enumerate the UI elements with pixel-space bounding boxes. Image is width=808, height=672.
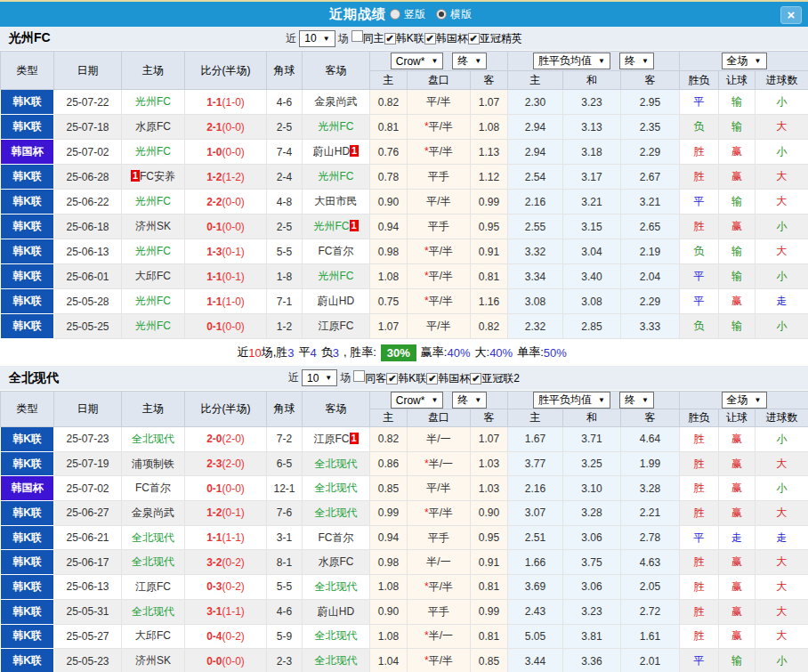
result-handicap: 赢	[719, 501, 755, 526]
avg-lose-odds: 2.29	[621, 140, 680, 165]
home-odds: 1.08	[370, 264, 408, 289]
handicap-line: *平/半	[408, 649, 471, 672]
home-team: 全北现代	[122, 525, 185, 550]
filter-checkbox[interactable]	[351, 30, 363, 42]
avg-lose-odds: 4.64	[621, 427, 680, 452]
match-type: 韩K联	[1, 599, 54, 624]
filter-checkbox[interactable]: ✔	[468, 33, 480, 45]
handicap-line: 平/半	[408, 90, 471, 115]
match-score: 0-1(0-0)	[185, 215, 267, 239]
filter-checkbox[interactable]: ✔	[386, 373, 398, 385]
match-score: 0-1(0-0)	[185, 314, 267, 339]
handicap-line: *平/半	[408, 140, 471, 165]
away-team: FC首尔	[303, 525, 370, 550]
filter-checkbox[interactable]: ✔	[424, 33, 436, 45]
home-odds: 0.81	[370, 115, 408, 140]
vertical-layout-radio[interactable]	[390, 9, 400, 20]
filter-checkbox[interactable]: ✔	[426, 373, 438, 385]
match-score: 0-4(0-2)	[185, 624, 267, 649]
result-goals: 大	[755, 575, 808, 600]
home-odds: 0.98	[370, 550, 408, 575]
result-handicap: 走	[719, 525, 755, 550]
final-odds-select-2[interactable]: 终▼	[619, 53, 654, 69]
matches-table-1: 类型 日期 主场 比分(半场) 角球 客场 Crow*▼ 终▼ 胜平负均值▼ 终…	[0, 51, 808, 339]
avg-win-odds: 2.54	[508, 165, 563, 190]
avg-odds-select[interactable]: 胜平负均值▼	[533, 53, 610, 69]
result-wdl: 负	[680, 239, 719, 264]
match-type: 韩K联	[1, 165, 54, 190]
handicap-line: *半/一	[408, 451, 471, 476]
corners: 4-8	[267, 190, 303, 215]
result-wdl: 平	[680, 90, 719, 115]
away-team: 全北现代	[303, 501, 370, 526]
avg-draw-odds: 3.81	[563, 624, 621, 649]
away-odds: 0.90	[471, 501, 508, 526]
avg-draw-odds: 3.28	[563, 501, 621, 526]
col-odds-home: 主	[370, 71, 408, 90]
match-score: 1-0(0-0)	[185, 140, 267, 165]
col-odds-away: 客	[471, 409, 508, 427]
filter-checkbox-label: 亚冠精英	[480, 32, 522, 45]
col-handicap: 盘口	[408, 409, 471, 427]
recent-count-select[interactable]: 10▼	[299, 30, 335, 47]
result-wdl: 胜	[680, 575, 719, 600]
col-date: 日期	[54, 392, 122, 427]
avg-lose-odds: 3.21	[621, 190, 680, 215]
avg-win-odds: 2.30	[508, 90, 563, 115]
bookmaker-select[interactable]: Crow*▼	[391, 53, 444, 69]
bookmaker-select[interactable]: Crow*▼	[391, 392, 444, 409]
corners: 2-4	[267, 165, 303, 190]
team-name: 全北现代	[9, 370, 59, 386]
final-odds-select[interactable]: 终▼	[452, 392, 487, 409]
result-handicap: 输	[719, 649, 755, 672]
away-team: 全北现代	[303, 575, 370, 600]
result-wdl: 胜	[680, 550, 719, 575]
avg-lose-odds: 2.01	[621, 649, 680, 672]
corners: 5-9	[267, 624, 303, 649]
away-team: 光州FC1	[303, 215, 370, 239]
avg-draw-odds: 3.06	[563, 525, 621, 550]
recent-count-select[interactable]: 10▼	[302, 369, 337, 386]
corners: 7-2	[267, 427, 303, 452]
col-type: 类型	[1, 52, 54, 90]
col-result-goals: 进球数	[755, 71, 808, 90]
handicap-line: 半/一	[408, 427, 471, 452]
col-home: 主场	[122, 52, 185, 90]
result-goals: 小	[755, 649, 808, 672]
match-row: 韩国杯 25-07-02 光州FC 1-0(0-0) 7-4 蔚山HD1 0.7…	[1, 140, 808, 165]
home-odds: 1.08	[370, 624, 408, 649]
avg-win-odds: 1.67	[508, 427, 563, 452]
fulltime-select[interactable]: 全场▼	[722, 53, 767, 69]
avg-lose-odds: 2.65	[621, 215, 680, 239]
away-team: 全北现代	[303, 451, 370, 476]
result-wdl: 平	[680, 264, 719, 289]
result-goals: 小	[755, 476, 808, 501]
result-goals: 大	[755, 239, 808, 264]
match-date: 25-06-28	[54, 165, 122, 190]
filter-checkbox[interactable]: ✔	[470, 373, 481, 385]
result-handicap: 赢	[719, 140, 755, 165]
filter-checkbox-label: 同主	[363, 32, 384, 45]
close-icon[interactable]: ×	[780, 6, 802, 24]
final-odds-select[interactable]: 终▼	[452, 53, 487, 69]
filter-checkbox[interactable]: ✔	[384, 33, 396, 45]
away-team: 蔚山HD	[303, 599, 370, 624]
away-team: 光州FC	[303, 165, 370, 190]
home-odds: 1.08	[370, 575, 408, 600]
avg-win-odds: 3.44	[508, 649, 563, 672]
home-odds: 0.78	[370, 165, 408, 190]
col-corner: 角球	[267, 52, 303, 90]
filter-checkbox-label: 韩K联	[398, 372, 426, 385]
home-odds: 0.99	[370, 501, 408, 526]
col-home: 主场	[122, 392, 185, 427]
filter-checkbox[interactable]	[353, 370, 365, 382]
final-odds-select-2[interactable]: 终▼	[619, 392, 654, 409]
avg-lose-odds: 2.35	[621, 115, 680, 140]
avg-lose-odds: 4.63	[621, 550, 680, 575]
avg-odds-select[interactable]: 胜平负均值▼	[533, 392, 610, 409]
result-wdl: 平	[680, 525, 719, 550]
home-odds: 0.98	[370, 239, 408, 264]
horizontal-layout-radio[interactable]	[436, 9, 447, 20]
result-handicap: 输	[719, 90, 755, 115]
fulltime-select[interactable]: 全场▼	[722, 392, 767, 409]
